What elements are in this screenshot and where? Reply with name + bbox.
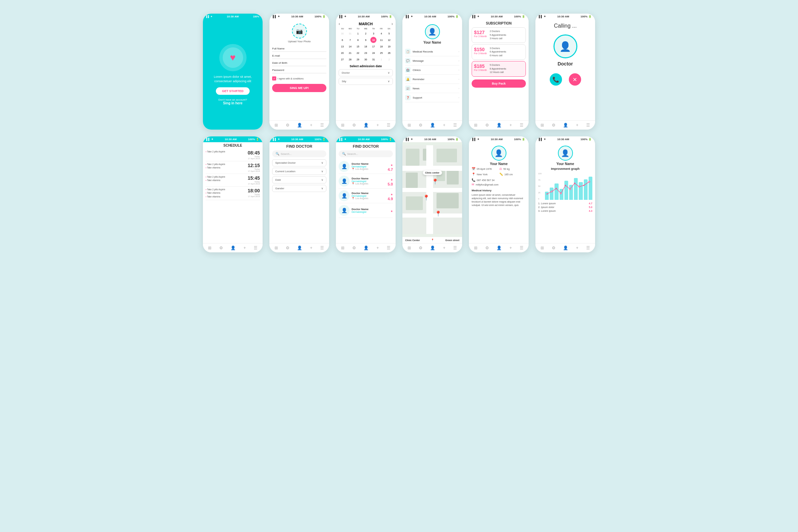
cal-day[interactable]: 22 [355,50,361,56]
cal-day[interactable]: 2 [363,30,369,36]
nav-menu-icon[interactable]: ☰ [387,123,390,128]
nav-settings-icon[interactable]: ⚙ [219,246,223,250]
cal-day[interactable]: 5 [386,30,392,36]
decline-call-button[interactable]: ✕ [569,73,581,86]
cal-next[interactable]: › [391,21,393,26]
nav-menu-icon[interactable]: ☰ [387,246,390,250]
dob-field[interactable]: Date of Birth [272,60,326,66]
map-pin-3[interactable]: 📍 [435,210,442,217]
nav-menu-icon[interactable]: ☰ [453,123,457,128]
doctor-card-3[interactable]: 👤 Doctor Name Dermatologist 📍 Los Angele… [339,189,393,203]
nav-profile-icon[interactable]: 👤 [563,246,568,250]
doctor-card-1[interactable]: 👤 Doctor Name Dermatologist 📍 Los Angele… [339,159,393,174]
cal-day[interactable]: 7 [347,37,353,43]
nav-add-icon[interactable]: + [376,123,379,128]
sub-plan-3[interactable]: $185 For 3 Month 5 Doctors8 Appointments… [472,61,526,77]
nav-add-icon[interactable]: + [443,246,445,250]
cal-day[interactable]: 31 [347,30,353,36]
nav-settings-icon[interactable]: ⚙ [552,246,556,250]
password-field[interactable]: Password [272,67,326,73]
nav-add-icon[interactable]: + [310,246,312,250]
nav-add-icon[interactable]: + [576,123,578,128]
cal-day[interactable]: 20 [339,50,345,56]
doctor-dropdown[interactable]: Doctor ∨ [339,69,393,76]
cal-day[interactable]: 11 [378,37,384,43]
nav-grid-icon[interactable]: ⊞ [341,123,344,128]
doctor-card-4[interactable]: 👤 Doctor Name Dermatologist ★ [339,203,393,218]
cal-day[interactable]: 6 [339,37,345,43]
specialist-dropdown[interactable]: Specialist Doctor ∨ [272,159,326,166]
nav-profile-icon[interactable]: 👤 [231,246,236,250]
nav-profile-icon[interactable]: 👤 [563,123,568,128]
nav-settings-icon[interactable]: ⚙ [419,246,423,250]
nav-grid-icon[interactable]: ⊞ [341,246,344,250]
nav-add-icon[interactable]: + [509,123,512,128]
nav-grid-icon[interactable]: ⊞ [541,123,544,128]
nav-profile-icon[interactable]: 👤 [364,123,369,128]
nav-profile-icon[interactable]: 👤 [297,246,302,250]
cal-day[interactable]: 21 [347,50,353,56]
nav-menu-icon[interactable]: ☰ [520,246,523,250]
nav-add-icon[interactable]: + [310,123,312,128]
agree-row[interactable]: ✓ I agree with & conditions [272,76,326,80]
nav-grid-icon[interactable]: ⊞ [474,123,477,128]
cal-day[interactable]: 27 [339,56,345,62]
nav-add-icon[interactable]: + [376,246,379,250]
location-dropdown[interactable]: Current Location ∨ [272,168,326,175]
signup-button[interactable]: SING ME UP! [272,84,326,92]
cal-day[interactable]: 31 [370,56,376,62]
nav-grid-icon[interactable]: ⊞ [208,246,211,250]
cal-day[interactable]: 26 [386,50,392,56]
nav-profile-icon[interactable]: 👤 [497,246,502,250]
cal-day[interactable]: 30 [339,30,345,36]
cal-day[interactable]: 3 [370,30,376,36]
nav-menu-icon[interactable]: ☰ [254,246,257,250]
cal-day[interactable]: 29 [355,56,361,62]
menu-item-clinics[interactable]: 🏥 Clinics › [405,65,459,75]
buy-pack-button[interactable]: Buy Pack [472,79,526,88]
city-dropdown[interactable]: Sity ∨ [339,78,393,85]
nav-settings-icon[interactable]: ⚙ [286,123,290,128]
get-started-button[interactable]: GET STARTED [216,87,250,95]
cal-day[interactable]: 17 [370,43,376,49]
cal-day[interactable]: 18 [378,43,384,49]
menu-item-message[interactable]: 💬 Message › [405,56,459,65]
cal-day[interactable]: 16 [363,43,369,49]
search-bar-results[interactable]: 🔍 Search... [339,150,393,157]
nav-grid-icon[interactable]: ⊞ [408,123,411,128]
cal-day[interactable]: 24 [370,50,376,56]
nav-settings-icon[interactable]: ⚙ [485,123,489,128]
nav-settings-icon[interactable]: ⚙ [352,123,356,128]
cal-day[interactable]: 13 [339,43,345,49]
cal-day[interactable]: 28 [347,56,353,62]
cal-day[interactable]: 4 [378,30,384,36]
cal-day[interactable]: 1 [378,56,384,62]
nav-grid-icon[interactable]: ⊞ [541,246,544,250]
nav-settings-icon[interactable]: ⚙ [352,246,356,250]
nav-menu-icon[interactable]: ☰ [453,246,457,250]
cal-day[interactable]: 23 [363,50,369,56]
nav-grid-icon[interactable]: ⊞ [474,246,477,250]
cal-day[interactable]: 14 [347,43,353,49]
cal-day[interactable]: 8 [355,37,361,43]
menu-item-news[interactable]: 📰 News › [405,84,459,93]
nav-add-icon[interactable]: + [443,123,445,128]
email-field[interactable]: E-mail [272,53,326,59]
nav-profile-icon[interactable]: 👤 [430,246,435,250]
nav-menu-icon[interactable]: ☰ [320,123,324,128]
nav-grid-icon[interactable]: ⊞ [275,246,278,250]
cal-day[interactable]: 15 [355,43,361,49]
cal-day-today[interactable]: 10 [370,37,376,43]
nav-menu-icon[interactable]: ☰ [586,246,590,250]
cal-day[interactable]: 19 [386,43,392,49]
nav-profile-icon[interactable]: 👤 [297,123,302,128]
nav-menu-icon[interactable]: ☰ [320,246,324,250]
fullname-field[interactable]: Full Name [272,46,326,52]
sub-plan-2[interactable]: $150 For 3 Month 3 Doctors6 Appointments… [472,44,526,60]
cal-day[interactable]: 12 [386,37,392,43]
nav-grid-icon[interactable]: ⊞ [275,123,278,128]
gender-dropdown[interactable]: Gander ∨ [272,185,326,192]
search-bar[interactable]: 🔍 Search... [272,150,326,157]
menu-item-reminder[interactable]: 🔔 Reminder › [405,75,459,84]
nav-settings-icon[interactable]: ⚙ [286,246,290,250]
